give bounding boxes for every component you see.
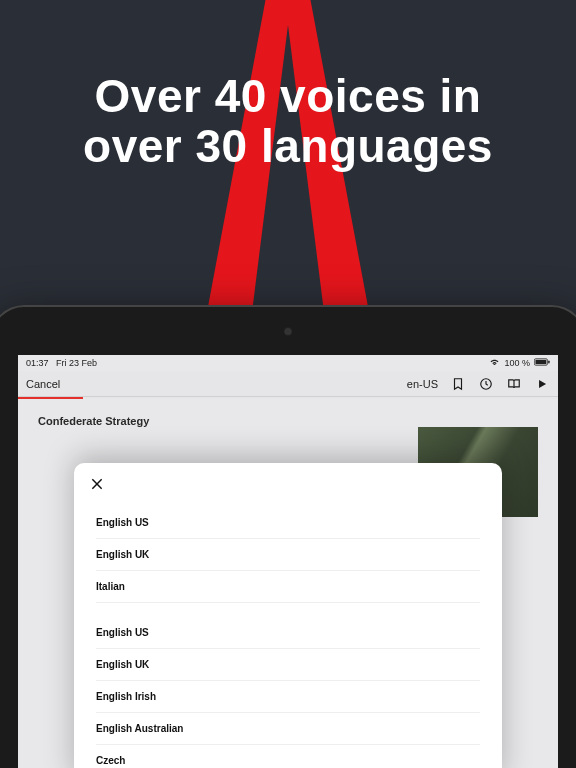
ipad-screen: 01:37 Fri 23 Feb 100 % Cancel en-US: [18, 355, 558, 768]
list-item[interactable]: English US: [96, 617, 480, 649]
status-bar: 01:37 Fri 23 Feb 100 %: [18, 355, 558, 371]
list-item[interactable]: Czech: [96, 745, 480, 768]
svg-rect-2: [548, 361, 549, 364]
voice-list: English US English UK Italian English US…: [74, 501, 502, 768]
ipad-frame: 01:37 Fri 23 Feb 100 % Cancel en-US: [0, 305, 576, 768]
promo-line-1: Over 40 voices in: [95, 70, 482, 122]
list-item[interactable]: English Irish: [96, 681, 480, 713]
book-icon[interactable]: [506, 376, 522, 392]
list-item[interactable]: Italian: [96, 571, 480, 603]
battery-icon: [534, 358, 550, 368]
history-icon[interactable]: [478, 376, 494, 392]
document-title: Confederate Strategy: [38, 415, 538, 427]
svg-rect-1: [535, 360, 546, 364]
bookmark-icon[interactable]: [450, 376, 466, 392]
voice-picker-sheet: English US English UK Italian English US…: [74, 463, 502, 768]
wifi-icon: [489, 358, 500, 368]
close-icon[interactable]: [80, 467, 114, 501]
cancel-button[interactable]: Cancel: [26, 378, 60, 390]
status-date: Fri 23 Feb: [56, 358, 97, 368]
ipad-camera: [285, 328, 292, 335]
list-item[interactable]: English UK: [96, 539, 480, 571]
status-time: 01:37: [26, 358, 49, 368]
list-item[interactable]: English Australian: [96, 713, 480, 745]
promo-headline: Over 40 voices in over 30 languages: [0, 72, 576, 171]
toolbar: Cancel en-US: [18, 371, 558, 397]
battery-percent: 100 %: [504, 358, 530, 368]
play-icon[interactable]: [534, 376, 550, 392]
status-left: 01:37 Fri 23 Feb: [26, 358, 97, 368]
promo-line-2: over 30 languages: [0, 122, 576, 172]
list-item[interactable]: English UK: [96, 649, 480, 681]
locale-button[interactable]: en-US: [407, 378, 438, 390]
list-item[interactable]: English US: [96, 507, 480, 539]
